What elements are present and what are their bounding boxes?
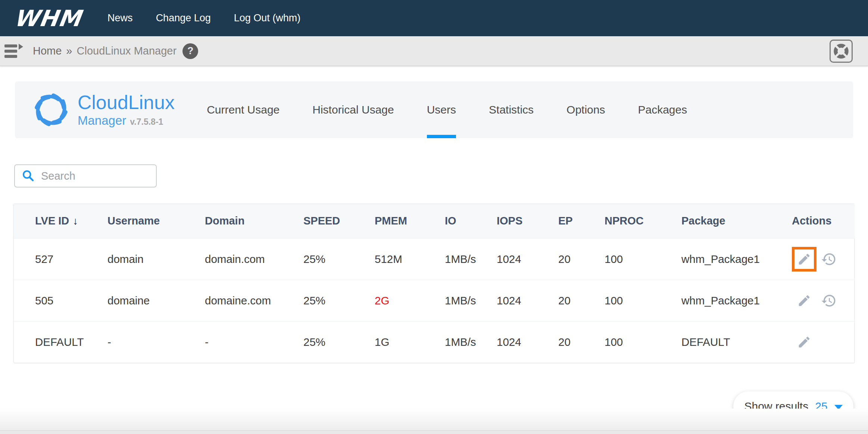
history-icon	[821, 293, 837, 309]
col-header-ep[interactable]: EP	[558, 204, 605, 238]
cell-iops: 1024	[497, 321, 558, 363]
col-label: Username	[107, 215, 160, 227]
cell-pmem: 1G	[375, 321, 445, 363]
pencil-icon	[797, 294, 811, 308]
col-header-pmem[interactable]: PMEM	[375, 204, 445, 238]
tab-users[interactable]: Users	[427, 81, 456, 138]
cell-nproc: 100	[605, 280, 681, 321]
cell-io: 1MB/s	[445, 238, 497, 280]
breadcrumb-home-link[interactable]: Home	[33, 45, 62, 57]
cell-actions	[792, 238, 855, 280]
search-box	[14, 164, 157, 187]
nav-item-news[interactable]: News	[96, 0, 144, 36]
life-ring-icon	[833, 43, 849, 59]
history-action-button[interactable]	[817, 247, 841, 272]
tab-statistics[interactable]: Statistics	[489, 81, 534, 138]
cell-lve-id: 505	[14, 280, 107, 321]
cell-domain: -	[205, 321, 303, 363]
edit-action-button[interactable]	[792, 247, 817, 272]
col-label: IO	[445, 215, 456, 227]
cell-package: whm_Package1	[681, 238, 792, 280]
edit-action-button[interactable]	[792, 330, 817, 354]
footer-strip	[0, 430, 868, 434]
cell-nproc: 100	[605, 321, 681, 363]
col-label: EP	[558, 215, 573, 227]
nav-item-log-out[interactable]: Log Out (whm)	[222, 0, 312, 36]
search-input[interactable]	[41, 170, 153, 182]
app-subtitle: Manager	[78, 114, 126, 128]
col-label: Domain	[205, 215, 244, 227]
top-navbar: WHM News Change Log Log Out (whm)	[0, 0, 868, 36]
cell-speed: 25%	[303, 321, 375, 363]
col-header-package[interactable]: Package	[681, 204, 792, 238]
cell-speed: 25%	[303, 238, 375, 280]
edit-action-button[interactable]	[792, 288, 817, 313]
cell-nproc: 100	[605, 238, 681, 280]
cell-lve-id: DEFAULT	[14, 321, 107, 363]
col-label: Package	[681, 215, 725, 227]
table-header-row: LVE ID↓UsernameDomainSPEEDPMEMIOIOPSEPNP…	[14, 204, 855, 238]
cell-ep: 20	[558, 280, 605, 321]
pencil-icon	[797, 252, 811, 266]
cloudlinux-brand: CloudLinux Manager v.7.5.8-1	[33, 81, 175, 138]
footer-fade	[0, 409, 868, 430]
cell-username: -	[107, 321, 205, 363]
col-label: SPEED	[303, 215, 340, 227]
cell-iops: 1024	[497, 238, 558, 280]
breadcrumb-bar: Home » CloudLinux Manager ?	[0, 36, 868, 66]
cloudlinux-header-panel: CloudLinux Manager v.7.5.8-1 Current Usa…	[15, 81, 853, 138]
tab-current-usage[interactable]: Current Usage	[207, 81, 280, 138]
col-label: Actions	[792, 215, 831, 227]
navbar-menu: News Change Log Log Out (whm)	[96, 0, 312, 36]
pencil-icon	[797, 335, 811, 349]
users-table-card: LVE ID↓UsernameDomainSPEEDPMEMIOIOPSEPNP…	[13, 204, 855, 363]
users-table: LVE ID↓UsernameDomainSPEEDPMEMIOIOPSEPNP…	[14, 204, 855, 363]
col-label: PMEM	[375, 215, 407, 227]
sort-desc-icon: ↓	[73, 215, 78, 227]
tab-options[interactable]: Options	[566, 81, 605, 138]
cell-package: whm_Package1	[681, 280, 792, 321]
tab-packages[interactable]: Packages	[638, 81, 687, 138]
col-header-domain[interactable]: Domain	[205, 204, 303, 238]
breadcrumb-separator: »	[66, 45, 72, 57]
breadcrumb-current-page: CloudLinux Manager	[77, 45, 177, 57]
cell-username: domaine	[107, 280, 205, 321]
tab-historical-usage[interactable]: Historical Usage	[312, 81, 394, 138]
whm-logo[interactable]: WHM	[12, 5, 83, 31]
cloudlinux-swirl-icon	[33, 92, 69, 128]
col-label: LVE ID	[35, 215, 69, 227]
table-body: 527domaindomain.com25%512M1MB/s102420100…	[14, 238, 855, 363]
history-action-button[interactable]	[817, 288, 841, 313]
col-header-nproc[interactable]: NPROC	[605, 204, 681, 238]
help-icon[interactable]: ?	[182, 43, 198, 59]
table-row: 527domaindomain.com25%512M1MB/s102420100…	[14, 238, 855, 280]
table-row: 505domainedomaine.com25%2G1MB/s102420100…	[14, 280, 855, 321]
search-icon	[22, 169, 35, 183]
support-button[interactable]	[830, 40, 853, 63]
col-label: NPROC	[605, 215, 644, 227]
cell-domain: domaine.com	[205, 280, 303, 321]
cell-ep: 20	[558, 321, 605, 363]
cell-domain: domain.com	[205, 238, 303, 280]
tab-bar: Current UsageHistorical UsageUsersStatis…	[207, 81, 687, 138]
cell-iops: 1024	[497, 280, 558, 321]
cell-package: DEFAULT	[681, 321, 792, 363]
cell-pmem: 2G	[375, 280, 445, 321]
col-label: IOPS	[497, 215, 522, 227]
col-header-lve-id[interactable]: LVE ID↓	[14, 204, 107, 238]
table-row: DEFAULT--25%1G1MB/s102420100DEFAULT	[14, 321, 855, 363]
cell-speed: 25%	[303, 280, 375, 321]
cell-username: domain	[107, 238, 205, 280]
col-header-speed[interactable]: SPEED	[303, 204, 375, 238]
col-header-username[interactable]: Username	[107, 204, 205, 238]
app-title: CloudLinux	[78, 92, 175, 113]
nav-item-change-log[interactable]: Change Log	[144, 0, 222, 36]
col-header-iops[interactable]: IOPS	[497, 204, 558, 238]
history-icon	[821, 251, 837, 267]
col-header-actions[interactable]: Actions	[792, 204, 855, 238]
cell-lve-id: 527	[14, 238, 107, 280]
cell-actions	[792, 321, 855, 363]
app-version: v.7.5.8-1	[130, 117, 163, 127]
sidebar-toggle-icon[interactable]	[4, 43, 23, 59]
col-header-io[interactable]: IO	[445, 204, 497, 238]
